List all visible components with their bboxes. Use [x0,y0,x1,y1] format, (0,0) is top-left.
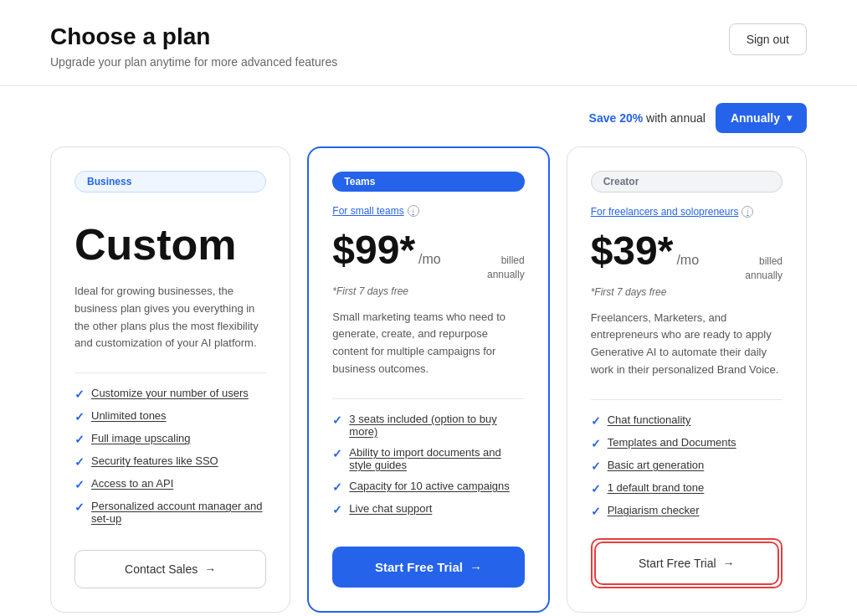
feature-link[interactable]: Unlimited tones [91,409,167,422]
teams-per-mo: /mo [418,252,441,267]
feature-item: ✓ Chat functionality [591,413,783,428]
check-icon: ✓ [74,388,85,401]
info-icon: i [408,205,419,217]
creator-billed: billedannually [745,254,783,283]
annually-label: Annually [731,111,780,125]
teams-cta-area: Start Free Trial → [332,547,524,588]
check-icon: ✓ [74,455,85,469]
creator-per-mo: /mo [676,253,699,268]
feature-item: ✓ Ability to import documents and style … [332,446,524,471]
save-percent: Save 20% [589,111,644,125]
feature-item: ✓ Plagiarism checker [591,504,783,518]
business-cta-area: Contact Sales → [74,550,266,588]
info-icon: i [742,206,753,218]
teams-price: $99* [332,230,415,270]
chevron-down-icon: ▾ [787,112,792,124]
creator-description: Freelancers, Marketers, and entrepreneur… [591,310,783,379]
business-description: Ideal for growing businesses, the busine… [74,283,266,352]
check-icon: ✓ [332,480,342,494]
arrow-icon: → [204,562,216,576]
page-title: Choose a plan [50,23,337,50]
check-icon: ✓ [74,410,85,424]
creator-plan-card: Creator For freelancers and solopreneurs… [567,146,807,613]
feature-item: ✓ Basic art generation [591,459,783,473]
check-icon: ✓ [591,482,601,495]
feature-link[interactable]: Full image upscaling [91,432,191,444]
feature-item: ✓ Templates and Documents [591,436,783,450]
teams-start-trial-button[interactable]: Start Free Trial → [332,547,524,588]
feature-link[interactable]: Live chat support [349,502,432,515]
arrow-icon: → [470,560,482,574]
contact-sales-label: Contact Sales [125,562,198,576]
header-left: Choose a plan Upgrade your plan anytime … [50,23,337,69]
save-text: Save 20% with annual [589,111,706,125]
creator-cta-area: Start Free Trial → [591,538,783,588]
check-icon: ✓ [591,414,601,428]
feature-link[interactable]: Chat functionality [608,413,691,426]
features-divider [591,399,783,400]
teams-billed: billedannually [487,254,525,282]
feature-item: ✓ 3 seats included (option to buy more) [332,413,524,438]
feature-item: ✓ Personalized account manager and set-u… [74,500,266,525]
page-subtitle: Upgrade your plan anytime for more advan… [50,55,337,69]
feature-link[interactable]: 3 seats included (option to buy more) [349,413,524,438]
feature-item: ✓ Capacity for 10 active campaigns [332,480,524,494]
contact-sales-button[interactable]: Contact Sales → [74,550,266,588]
feature-link[interactable]: Ability to import documents and style gu… [349,446,524,471]
business-price: Custom [74,219,266,270]
feature-link[interactable]: Basic art generation [608,459,705,471]
check-icon: ✓ [74,501,85,514]
feature-link[interactable]: Templates and Documents [608,436,736,449]
teams-subtitle: For small teams i [332,205,524,217]
creator-badge: Creator [591,171,783,192]
feature-link[interactable]: Plagiarism checker [608,504,700,516]
teams-first-free: *First 7 days free [332,285,524,297]
feature-link[interactable]: 1 default brand tone [608,481,705,494]
business-features: ✓ Customize your number of users ✓ Unlim… [74,387,266,530]
billing-toggle-area: Save 20% with annual Annually ▾ [0,86,857,146]
feature-link[interactable]: Capacity for 10 active campaigns [349,480,509,492]
business-plan-card: Business Custom Ideal for growing busine… [50,146,290,613]
feature-item: ✓ Access to an API [74,477,266,491]
check-icon: ✓ [591,437,601,450]
features-divider [74,372,266,373]
creator-subtitle: For freelancers and solopreneurs i [591,206,783,218]
feature-item: ✓ Live chat support [332,502,524,516]
teams-price-row: $99* /mo billedannually [332,230,524,282]
feature-item: ✓ Customize your number of users [74,387,266,401]
page-header: Choose a plan Upgrade your plan anytime … [0,0,857,86]
check-icon: ✓ [332,447,342,460]
check-icon: ✓ [74,478,85,491]
creator-start-trial-button[interactable]: Start Free Trial → [594,542,779,585]
annually-toggle-button[interactable]: Annually ▾ [716,103,807,133]
features-divider [332,398,524,399]
creator-price: $39* [591,231,674,271]
creator-cta-label: Start Free Trial [639,557,716,570]
feature-item: ✓ Full image upscaling [74,432,266,446]
feature-item: ✓ Security features like SSO [74,454,266,469]
sign-out-button[interactable]: Sign out [729,23,807,55]
teams-description: Small marketing teams who need to genera… [332,309,524,378]
feature-link[interactable]: Personalized account manager and set-up [91,500,266,525]
check-icon: ✓ [591,505,601,518]
check-icon: ✓ [332,503,342,516]
creator-price-row: $39* /mo billedannually [591,231,783,283]
feature-link[interactable]: Customize your number of users [91,387,249,399]
creator-features: ✓ Chat functionality ✓ Templates and Doc… [591,413,783,518]
plans-container: Business Custom Ideal for growing busine… [0,146,857,616]
teams-subtitle-text: For small teams [332,205,403,217]
teams-features: ✓ 3 seats included (option to buy more) … [332,413,524,526]
teams-cta-label: Start Free Trial [375,560,463,574]
check-icon: ✓ [591,459,601,473]
feature-link[interactable]: Security features like SSO [91,454,218,467]
check-icon: ✓ [332,413,342,427]
arrow-icon: → [723,557,735,570]
teams-badge: Teams [332,172,524,192]
feature-link[interactable]: Access to an API [91,477,173,490]
feature-item: ✓ 1 default brand tone [591,481,783,495]
business-badge: Business [74,171,266,192]
feature-item: ✓ Unlimited tones [74,409,266,424]
creator-subtitle-text: For freelancers and solopreneurs [591,206,739,218]
check-icon: ✓ [74,433,85,446]
teams-plan-card: Teams For small teams i $99* /mo billeda… [307,146,549,613]
